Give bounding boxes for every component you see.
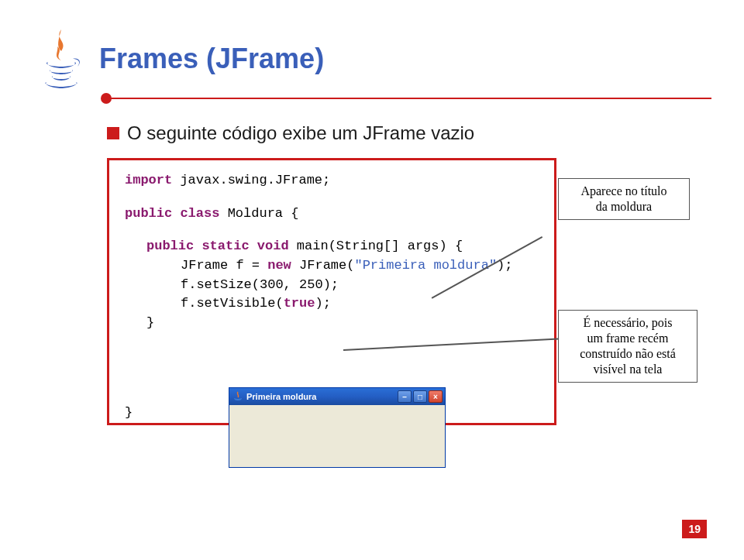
code-line: f.setVisible(true); bbox=[125, 294, 539, 314]
header: Frames (JFrame) bbox=[37, 25, 707, 93]
mock-window: Primeira moldura – □ × bbox=[229, 387, 446, 468]
callout-text: construído não está bbox=[567, 346, 689, 362]
code-line: public static void main(String[] args) { bbox=[125, 237, 539, 256]
page-number: 19 bbox=[682, 520, 707, 538]
slide: Frames (JFrame) O seguinte código exibe … bbox=[0, 0, 744, 560]
code-line: f.setSize(300, 250); bbox=[125, 276, 539, 295]
minimize-icon: – bbox=[398, 390, 412, 403]
java-logo bbox=[37, 25, 85, 93]
callout-text: da moldura bbox=[567, 199, 681, 215]
window-controls: – □ × bbox=[398, 390, 443, 403]
mock-window-body bbox=[229, 405, 445, 467]
code-box: import javax.swing.JFrame; public class … bbox=[107, 158, 556, 425]
callout-visible-note: É necessário, pois um frame recém constr… bbox=[558, 310, 698, 383]
code-line: import javax.swing.JFrame; bbox=[125, 171, 539, 191]
mock-window-title: Primeira moldura bbox=[246, 392, 316, 401]
maximize-icon: □ bbox=[413, 390, 427, 403]
slide-title: Frames (JFrame) bbox=[99, 43, 324, 75]
callout-text: visível na tela bbox=[567, 362, 689, 377]
bullet-row: O seguinte código exibe um JFrame vazio bbox=[107, 122, 707, 144]
callout-title-note: Aparece no título da moldura bbox=[558, 178, 690, 220]
callout-text: É necessário, pois bbox=[567, 315, 689, 331]
java-cup-icon bbox=[232, 391, 243, 402]
code-line: } bbox=[125, 314, 539, 333]
bullet-text: O seguinte código exibe um JFrame vazio bbox=[127, 122, 474, 144]
close-icon: × bbox=[429, 390, 443, 403]
callout-text: um frame recém bbox=[567, 331, 689, 346]
bullet-square-icon bbox=[107, 127, 119, 139]
callout-text: Aparece no título bbox=[567, 184, 681, 199]
code-line: public class Moldura { bbox=[125, 204, 539, 224]
mock-window-titlebar: Primeira moldura – □ × bbox=[229, 388, 445, 405]
